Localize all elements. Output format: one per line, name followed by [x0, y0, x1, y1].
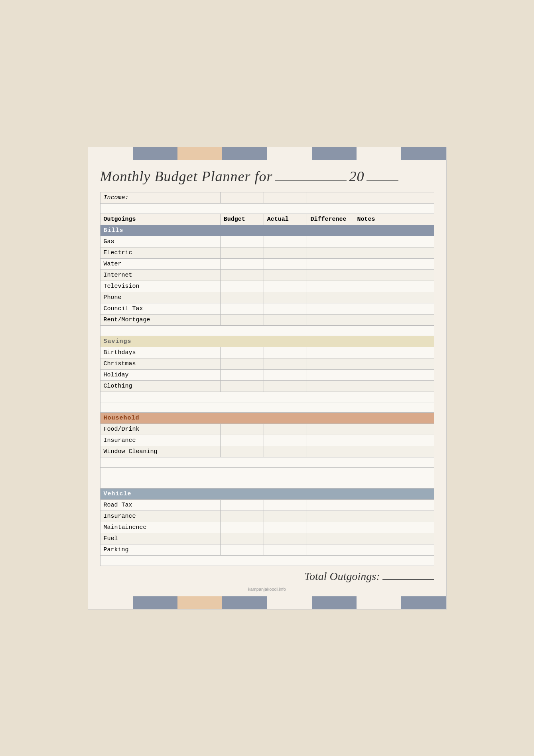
row-diff [307, 236, 354, 247]
table-row: Phone [100, 292, 434, 303]
table-row: Birthdays [100, 347, 434, 358]
row-budget [220, 435, 264, 446]
row-budget [220, 424, 264, 435]
empty-row-household-1 [100, 457, 434, 467]
row-actual [264, 446, 307, 457]
bills-label: Bills [100, 225, 434, 236]
row-budget [220, 314, 264, 325]
row-actual [264, 435, 307, 446]
row-notes [354, 247, 434, 258]
row-label: Clothing [100, 380, 220, 392]
row-budget [220, 269, 264, 281]
row-label: Food/Drink [100, 424, 220, 435]
row-diff [307, 424, 354, 435]
row-notes [354, 258, 434, 269]
row-actual [264, 292, 307, 303]
title-row: Monthly Budget Planner for 20 [100, 168, 434, 185]
vehicle-label: Vehicle [100, 488, 434, 499]
row-diff [307, 511, 354, 522]
row-budget [220, 292, 264, 303]
watermark: kampanjakoodi.info [100, 585, 434, 592]
row-diff [307, 281, 354, 292]
row-diff [307, 522, 354, 533]
row-diff [307, 303, 354, 314]
col-outgoings-header: Outgoings [100, 214, 220, 225]
row-actual [264, 380, 307, 392]
household-section-header: Household [100, 412, 434, 424]
row-budget [220, 533, 264, 544]
row-notes [354, 303, 434, 314]
row-diff [307, 435, 354, 446]
table-row: Food/Drink [100, 424, 434, 435]
total-outgoings-row: Total Outgoings: [100, 570, 434, 583]
empty-row-income [100, 203, 434, 214]
row-actual [264, 424, 307, 435]
row-diff [307, 446, 354, 457]
row-label: Water [100, 258, 220, 269]
row-diff [307, 358, 354, 369]
row-notes [354, 236, 434, 247]
table-row: Christmas [100, 358, 434, 369]
row-budget [220, 258, 264, 269]
row-diff [307, 269, 354, 281]
row-budget [220, 380, 264, 392]
col-actual-header: Actual [264, 214, 307, 225]
row-notes [354, 314, 434, 325]
total-outgoings-label: Total Outgoings: [304, 570, 380, 583]
page-title: Monthly Budget Planner for [100, 168, 273, 185]
income-label: Income: [100, 192, 220, 203]
row-actual [264, 269, 307, 281]
row-diff [307, 369, 354, 380]
row-label: Phone [100, 292, 220, 303]
row-diff [307, 314, 354, 325]
row-actual [264, 236, 307, 247]
table-row: Holiday [100, 369, 434, 380]
table-row: Television [100, 281, 434, 292]
title-name-line [275, 180, 347, 181]
table-row: Internet [100, 269, 434, 281]
row-actual [264, 369, 307, 380]
row-actual [264, 347, 307, 358]
row-notes [354, 380, 434, 392]
row-budget [220, 347, 264, 358]
table-row: Gas [100, 236, 434, 247]
row-notes [354, 522, 434, 533]
row-label: Electric [100, 247, 220, 258]
row-label: Internet [100, 269, 220, 281]
row-label: Holiday [100, 369, 220, 380]
income-budget [220, 192, 264, 203]
budget-table: Income: Outgoings Budget Actual Differen… [100, 192, 434, 566]
row-label: Insurance [100, 511, 220, 522]
table-row: Parking [100, 544, 434, 555]
row-notes [354, 269, 434, 281]
empty-row-bills [100, 325, 434, 336]
savings-label: Savings [100, 336, 434, 347]
empty-row-savings-1 [100, 392, 434, 402]
household-label: Household [100, 412, 434, 424]
table-row: Clothing [100, 380, 434, 392]
table-row: Insurance [100, 511, 434, 522]
income-actual [264, 192, 307, 203]
col-budget-header: Budget [220, 214, 264, 225]
row-label: Fuel [100, 533, 220, 544]
row-actual [264, 314, 307, 325]
row-budget [220, 522, 264, 533]
row-actual [264, 281, 307, 292]
top-bar [88, 147, 446, 160]
row-notes [354, 281, 434, 292]
row-label: Christmas [100, 358, 220, 369]
row-label: Council Tax [100, 303, 220, 314]
row-actual [264, 533, 307, 544]
row-label: Maintainence [100, 522, 220, 533]
row-budget [220, 499, 264, 511]
table-row: Water [100, 258, 434, 269]
empty-row-household-2 [100, 467, 434, 478]
savings-section-header: Savings [100, 336, 434, 347]
row-label: Insurance [100, 435, 220, 446]
row-notes [354, 446, 434, 457]
row-notes [354, 499, 434, 511]
row-actual [264, 522, 307, 533]
row-actual [264, 511, 307, 522]
row-label: Road Tax [100, 499, 220, 511]
row-diff [307, 533, 354, 544]
